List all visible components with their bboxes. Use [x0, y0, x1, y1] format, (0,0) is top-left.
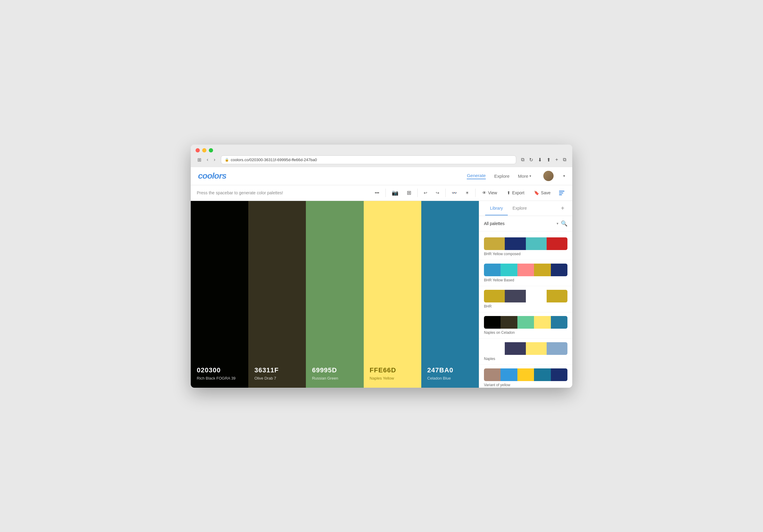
share-icon[interactable]: ⬆ — [545, 156, 552, 164]
minimize-button[interactable] — [202, 148, 206, 153]
swatch-2-0 — [484, 290, 505, 302]
palette-label-2: BHR — [484, 304, 567, 308]
avatar-chevron-icon[interactable]: ▾ — [563, 174, 565, 178]
palette-swatches-2 — [484, 290, 567, 302]
url-text: coolors.co/020300-36311f-69995d-ffe66d-2… — [231, 158, 512, 162]
color-name-0: Rich Black FOGRA 39 — [197, 376, 242, 380]
browser-toolbar-actions: ⧉ ↻ ⬇ ⬆ + ⧉ — [520, 156, 567, 164]
tab-explore[interactable]: Explore — [508, 201, 532, 215]
palette-swatches-5 — [484, 369, 567, 381]
filter-chevron-icon: ▾ — [557, 221, 558, 226]
main-content: 020300 Rich Black FOGRA 39 36311F Olive … — [191, 201, 572, 388]
sidebar-toggle-button[interactable]: ⊞ — [196, 156, 203, 164]
swatch-0-1 — [505, 237, 525, 250]
address-bar[interactable]: 🔒 coolors.co/020300-36311f-69995d-ffe66d… — [221, 156, 516, 164]
redo-button[interactable]: ↪ — [433, 189, 442, 197]
app-header: coolors Generate Explore More ▾ ▾ — [191, 167, 572, 185]
nav-more[interactable]: More ▾ — [518, 173, 531, 179]
save-button[interactable]: 🔖 Save — [531, 189, 554, 197]
divider2 — [417, 189, 418, 197]
export-button[interactable]: ⬆ Export — [504, 189, 527, 197]
color-strip-3[interactable]: FFE66D Naples Yellow — [364, 201, 421, 388]
forward-button[interactable]: › — [212, 156, 217, 164]
close-button[interactable] — [196, 148, 200, 153]
color-name-1: Olive Drab 7 — [254, 376, 300, 380]
palettes-list: BHR Yellow composedBHR Yellow BasedBHRNa… — [479, 231, 572, 388]
palette-toggle-button[interactable]: ⊞ — [404, 188, 414, 198]
palette-label-3: Naples on Celadon — [484, 331, 567, 335]
back-button[interactable]: ‹ — [205, 156, 210, 164]
color-code-1: 36311F — [254, 366, 300, 374]
reload-icon[interactable]: ↻ — [528, 156, 534, 164]
search-icon[interactable]: 🔍 — [561, 220, 567, 227]
divider3 — [445, 189, 446, 197]
swatch-3-3 — [534, 316, 551, 329]
undo-icon: ↩ — [424, 190, 427, 195]
swatch-1-3 — [534, 264, 551, 276]
swatch-2-2 — [526, 290, 547, 302]
swatch-3-2 — [517, 316, 534, 329]
view-button[interactable]: 👁 View — [479, 189, 500, 197]
swatch-5-4 — [551, 369, 567, 381]
nav-explore[interactable]: Explore — [494, 173, 509, 179]
swatch-0-0 — [484, 237, 505, 250]
layout-toggle-button[interactable] — [557, 189, 566, 197]
palette-area: 020300 Rich Black FOGRA 39 36311F Olive … — [191, 201, 479, 388]
chevron-down-icon: ▾ — [529, 174, 531, 178]
palette-label-0: BHR Yellow composed — [484, 252, 567, 256]
color-strip-4[interactable]: 247BA0 Celadon Blue — [421, 201, 479, 388]
sun-icon: ☀ — [465, 190, 469, 195]
sub-toolbar: Press the spacebar to generate color pal… — [191, 185, 572, 201]
translate-icon[interactable]: ⧉ — [520, 156, 525, 163]
nav-generate[interactable]: Generate — [467, 173, 486, 179]
logo[interactable]: coolors — [198, 171, 226, 181]
swatch-5-1 — [500, 369, 517, 381]
sidebar-tabs: Library Explore + — [479, 201, 572, 216]
camera-icon: 📷 — [392, 189, 398, 196]
eye-icon: 👁 — [482, 190, 487, 195]
brightness-button[interactable]: ☀ — [463, 189, 472, 197]
palette-item-3[interactable]: Naples on Celadon — [479, 312, 572, 339]
swatch-5-0 — [484, 369, 500, 381]
tab-library[interactable]: Library — [485, 201, 508, 215]
sidebar-filter[interactable]: All palettes ▾ 🔍 — [479, 216, 572, 231]
camera-button[interactable]: 📷 — [389, 188, 401, 198]
undo-button[interactable]: ↩ — [421, 189, 430, 197]
color-strip-1[interactable]: 36311F Olive Drab 7 — [248, 201, 306, 388]
palette-item-4[interactable]: Naples — [479, 339, 572, 365]
color-strip-0[interactable]: 020300 Rich Black FOGRA 39 — [191, 201, 248, 388]
swatch-3-1 — [500, 316, 517, 329]
palette-item-2[interactable]: BHR — [479, 286, 572, 312]
color-name-2: Russian Green — [312, 376, 357, 380]
color-strip-2[interactable]: 69995D Russian Green — [306, 201, 364, 388]
bookmark-icon: 🔖 — [534, 190, 539, 195]
palette-label-4: Naples — [484, 357, 567, 361]
swatch-4-1 — [505, 342, 525, 355]
browser-chrome: ⊞ ‹ › 🔒 coolors.co/020300-36311f-69995d-… — [191, 145, 572, 167]
swatch-3-4 — [551, 316, 567, 329]
sidebar: Library Explore + All palettes ▾ 🔍 BHR Y… — [479, 201, 572, 388]
color-code-2: 69995D — [312, 366, 357, 374]
avatar[interactable] — [543, 171, 554, 181]
swatch-5-3 — [534, 369, 551, 381]
swatch-1-0 — [484, 264, 500, 276]
new-tab-icon[interactable]: + — [554, 156, 559, 163]
swatch-2-1 — [505, 290, 525, 302]
traffic-lights — [196, 148, 567, 156]
add-palette-button[interactable]: + — [559, 203, 566, 214]
swatch-1-4 — [551, 264, 567, 276]
glasses-button[interactable]: 👓 — [449, 189, 459, 197]
share-nodes-icon: ⬆ — [507, 190, 510, 195]
tabs-icon[interactable]: ⧉ — [562, 156, 567, 163]
color-code-4: 247BA0 — [427, 366, 473, 374]
palette-item-1[interactable]: BHR Yellow Based — [479, 260, 572, 286]
palette-item-0[interactable]: BHR Yellow composed — [479, 234, 572, 260]
ellipsis-icon: ••• — [375, 190, 380, 195]
fullscreen-button[interactable] — [209, 148, 213, 153]
browser-toolbar: ⊞ ‹ › 🔒 coolors.co/020300-36311f-69995d-… — [196, 156, 567, 167]
palette-item-5[interactable]: Variant of yellow — [479, 365, 572, 388]
swatch-5-2 — [517, 369, 534, 381]
download-icon[interactable]: ⬇ — [537, 156, 543, 164]
palette-swatches-0 — [484, 237, 567, 250]
more-options-button[interactable]: ••• — [373, 189, 382, 197]
